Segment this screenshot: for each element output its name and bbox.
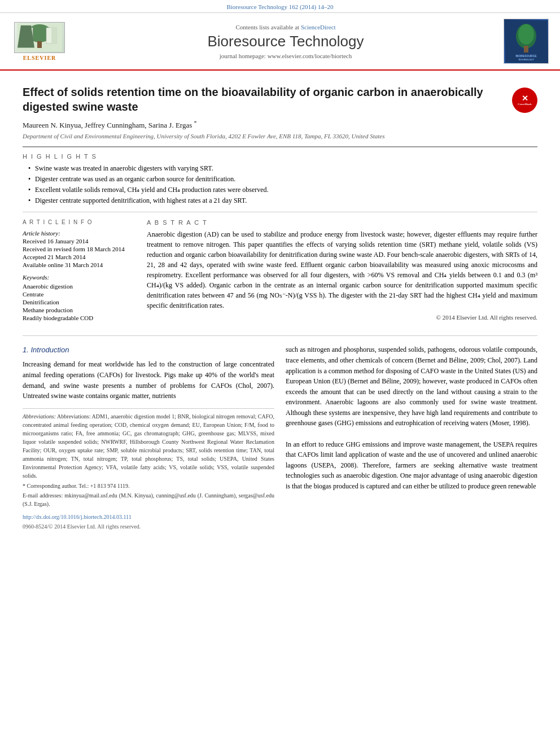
authors-line: Maureen N. Kinyua, Jeffrey Cunningham, S…: [23, 120, 537, 130]
list-item: Swine waste was treated in anaerobic dig…: [28, 164, 537, 173]
received-revised-date: Received in revised form 18 March 2014: [23, 246, 135, 252]
keyword-item: Readily biodegradable COD: [23, 314, 135, 321]
list-item: Excellent volatile solids removal, CH₄ y…: [28, 186, 537, 194]
available-online-date: Available online 31 March 2014: [23, 261, 135, 268]
svg-text:TECHNOLOGY: TECHNOLOGY: [518, 58, 534, 61]
article-info-column: A R T I C L E I N F O Article history: R…: [23, 219, 135, 330]
article-info-label: A R T I C L E I N F O: [23, 219, 135, 225]
abstract-label: A B S T R A C T: [147, 219, 537, 226]
divider-after-abstract: [23, 335, 537, 336]
svg-rect-4: [23, 28, 28, 43]
article-title-section: Effect of solids retention time on the b…: [23, 85, 537, 114]
svg-text:BIORESOURCE: BIORESOURCE: [515, 54, 537, 58]
body-col-right: such as nitrogen and phosphorus, suspend…: [286, 344, 537, 531]
journal-logo-image: BIORESOURCE TECHNOLOGY: [504, 19, 549, 64]
journal-name: Bioresource Technology: [73, 33, 498, 50]
list-item: Digester centrate was used as an organic…: [28, 175, 537, 184]
abbreviations-line: Abbreviations: Abbreviations: ADM1, anae…: [23, 412, 274, 480]
affiliation: Department of Civil and Environmental En…: [23, 133, 537, 139]
keywords-label: Keywords:: [23, 274, 135, 281]
svg-point-9: [518, 24, 534, 45]
accepted-date: Accepted 21 March 2014: [23, 254, 135, 260]
abstract-text: Anaerobic digestion (AD) can be used to …: [147, 229, 537, 311]
divider-after-highlights: [23, 212, 537, 212]
journal-homepage: journal homepage: www.elsevier.com/locat…: [73, 53, 498, 59]
highlights-label: H I G H L I G H T S: [23, 153, 537, 160]
journal-header: ELSEVIER Contents lists available at Sci…: [0, 13, 560, 71]
article-content: Effect of solids retention time on the b…: [0, 71, 560, 540]
issn-line: 0960-8524/© 2014 Elsevier Ltd. All right…: [23, 522, 274, 531]
contents-available-text: Contents lists available at ScienceDirec…: [73, 24, 498, 30]
author-names: Maureen N. Kinyua, Jeffrey Cunningham, S…: [23, 121, 192, 129]
body-two-col: 1. Introduction Increasing demand for me…: [23, 344, 537, 531]
top-citation-bar: Bioresource Technology 162 (2014) 14–20: [0, 0, 560, 13]
svg-rect-2: [37, 41, 42, 48]
body-section: 1. Introduction Increasing demand for me…: [23, 344, 537, 531]
elsevier-brand-name: ELSEVIER: [23, 55, 56, 61]
doi-link[interactable]: http://dx.doi.org/10.1016/j.biortech.201…: [23, 513, 274, 522]
article-title: Effect of solids retention time on the b…: [23, 85, 506, 114]
keyword-item: Denitrification: [23, 299, 135, 305]
intro-paragraph-1: Increasing demand for meat worldwide has…: [23, 359, 274, 401]
email-line: E-mail addresses: mkinyua@mail.usf.edu (…: [23, 491, 274, 508]
footnotes-area: Abbreviations: Abbreviations: ADM1, anae…: [23, 408, 274, 508]
corresponding-author-line: * Corresponding author. Tel.: +1 813 974…: [23, 482, 274, 490]
body-col-left: 1. Introduction Increasing demand for me…: [23, 344, 274, 531]
svg-rect-3: [23, 28, 33, 43]
svg-rect-10: [524, 46, 528, 53]
crossmark-icon: ✕ CrossMark: [512, 88, 537, 113]
highlights-section: H I G H L I G H T S Swine waste was trea…: [23, 153, 537, 205]
intro-paragraph-right-2: In an effort to reduce GHG emissions and…: [286, 439, 537, 492]
keyword-item: Centrate: [23, 291, 135, 298]
article-history: Article history: Received 16 January 201…: [23, 230, 135, 268]
intro-heading: 1. Introduction: [23, 344, 274, 356]
divider-after-affiliation: [23, 146, 537, 147]
journal-title-block: Contents lists available at ScienceDirec…: [73, 24, 498, 59]
abstract-section: A B S T R A C T Anaerobic digestion (AD)…: [147, 219, 537, 330]
list-item: Digester centrate supported denitrificat…: [28, 196, 537, 205]
highlights-list: Swine waste was treated in anaerobic dig…: [23, 164, 537, 205]
sciencedirect-link[interactable]: ScienceDirect: [301, 24, 336, 30]
elsevier-logo-image: [14, 22, 65, 53]
received-date: Received 16 January 2014: [23, 238, 135, 244]
article-info-section: A R T I C L E I N F O Article history: R…: [23, 219, 135, 321]
citation-text: Bioresource Technology 162 (2014) 14–20: [226, 3, 333, 10]
intro-paragraph-right-1: such as nitrogen and phosphorus, suspend…: [286, 344, 537, 429]
author-star: *: [194, 120, 197, 126]
article-info-abstract-section: A R T I C L E I N F O Article history: R…: [23, 219, 537, 330]
svg-rect-6: [51, 28, 56, 43]
keyword-item: Anaerobic digestion: [23, 283, 135, 290]
history-label: Article history:: [23, 230, 135, 237]
crossmark-badge[interactable]: ✕ CrossMark: [512, 88, 537, 113]
keywords-section: Keywords: Anaerobic digestion Centrate D…: [23, 274, 135, 321]
keyword-item: Methane production: [23, 307, 135, 313]
copyright-line: © 2014 Elsevier Ltd. All rights reserved…: [147, 314, 537, 321]
elsevier-logo: ELSEVIER: [11, 22, 68, 61]
